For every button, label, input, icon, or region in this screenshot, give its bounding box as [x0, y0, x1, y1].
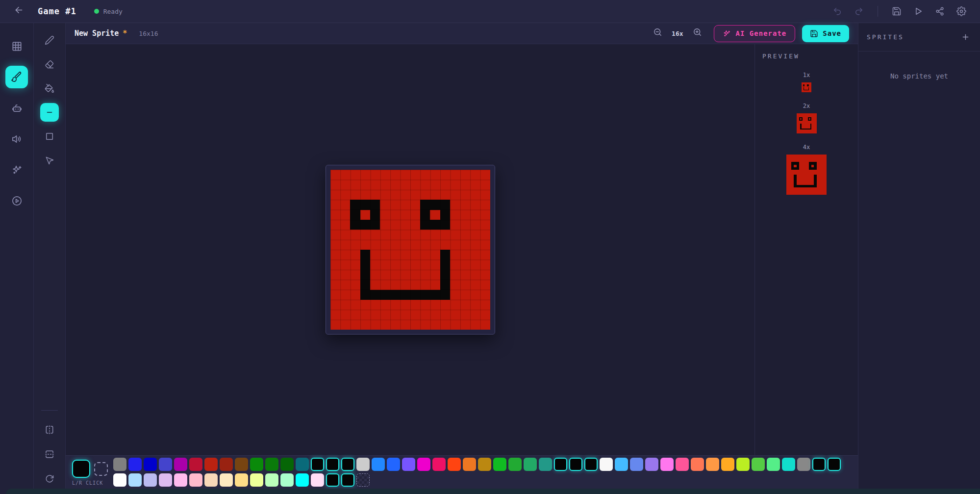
color-swatch[interactable] — [767, 458, 780, 471]
undo-button[interactable] — [829, 2, 846, 20]
zoom-out-button[interactable] — [652, 26, 663, 40]
color-swatch[interactable] — [752, 458, 765, 471]
color-swatch[interactable] — [113, 473, 126, 487]
color-swatch[interactable] — [645, 458, 658, 471]
color-swatch[interactable] — [189, 473, 202, 487]
primary-color-swatch[interactable] — [72, 460, 90, 478]
transparent-swatch[interactable] — [356, 473, 370, 487]
tool-paint-bucket-button[interactable] — [40, 79, 59, 98]
tool-flip-horizontal-button[interactable] — [40, 420, 59, 439]
color-swatch[interactable] — [387, 458, 400, 471]
color-swatch[interactable] — [235, 458, 248, 471]
color-swatch[interactable] — [630, 458, 643, 471]
paint-bucket-icon — [45, 83, 54, 93]
add-sprite-button[interactable] — [958, 30, 972, 44]
pixel-canvas[interactable] — [330, 170, 490, 330]
color-swatch[interactable] — [569, 458, 582, 471]
color-swatch[interactable] — [144, 473, 157, 487]
color-swatch[interactable] — [676, 458, 689, 471]
color-swatch[interactable] — [584, 458, 598, 471]
color-swatch[interactable] — [508, 458, 522, 471]
color-swatch[interactable] — [235, 473, 248, 487]
tool-rectangle-button[interactable] — [40, 127, 59, 146]
color-swatch[interactable] — [204, 473, 218, 487]
color-swatch[interactable] — [159, 458, 172, 471]
color-swatch[interactable] — [524, 458, 537, 471]
color-swatch[interactable] — [432, 458, 446, 471]
tool-rotate-button[interactable] — [40, 469, 59, 488]
color-swatch[interactable] — [144, 458, 157, 471]
settings-button[interactable] — [953, 2, 970, 20]
color-swatch[interactable] — [372, 458, 385, 471]
nav-paintbrush-button[interactable] — [5, 66, 28, 88]
zoom-in-button[interactable] — [692, 26, 703, 40]
share-button[interactable] — [931, 2, 949, 20]
nav-play-circle-button[interactable] — [5, 189, 28, 212]
nav-sparkles-button[interactable] — [5, 158, 28, 181]
color-swatch[interactable] — [326, 458, 339, 471]
tool-line-button[interactable] — [40, 103, 59, 122]
color-swatch[interactable] — [128, 458, 142, 471]
color-swatch[interactable] — [265, 473, 278, 487]
color-swatch[interactable] — [782, 458, 795, 471]
secondary-color-swatch[interactable] — [94, 462, 108, 476]
color-swatch[interactable] — [280, 458, 294, 471]
color-swatch[interactable] — [448, 458, 461, 471]
color-swatch[interactable] — [493, 458, 506, 471]
redo-button[interactable] — [850, 2, 868, 20]
color-swatch[interactable] — [341, 473, 354, 487]
color-swatch[interactable] — [250, 458, 263, 471]
color-swatch[interactable] — [554, 458, 567, 471]
nav-speaker-button[interactable] — [5, 128, 28, 150]
nav-robot-button[interactable] — [5, 97, 28, 119]
color-swatch[interactable] — [265, 458, 278, 471]
color-swatch[interactable] — [174, 458, 187, 471]
color-swatch[interactable] — [812, 458, 826, 471]
tool-pencil-button[interactable] — [40, 31, 59, 50]
color-swatch[interactable] — [828, 458, 841, 471]
color-swatch[interactable] — [615, 458, 628, 471]
color-swatch[interactable] — [296, 473, 309, 487]
sprites-panel-title: SPRITES — [867, 33, 904, 41]
tool-eraser-button[interactable] — [40, 55, 59, 74]
color-swatch[interactable] — [280, 473, 294, 487]
color-swatch[interactable] — [797, 458, 810, 471]
grid-icon — [11, 41, 23, 52]
save-sprite-button[interactable]: Save — [802, 25, 849, 42]
color-swatch[interactable] — [539, 458, 552, 471]
color-swatch[interactable] — [463, 458, 476, 471]
flip-horizontal-icon — [45, 425, 54, 435]
color-swatch[interactable] — [159, 473, 172, 487]
color-swatch[interactable] — [311, 473, 324, 487]
nav-grid-button[interactable] — [5, 35, 28, 57]
color-swatch[interactable] — [326, 473, 339, 487]
play-button[interactable] — [909, 2, 927, 20]
ai-generate-button[interactable]: AI Generate — [714, 25, 796, 42]
color-swatch[interactable] — [691, 458, 704, 471]
color-swatch[interactable] — [660, 458, 674, 471]
color-swatch[interactable] — [402, 458, 415, 471]
color-swatch[interactable] — [721, 458, 734, 471]
color-swatch[interactable] — [220, 473, 233, 487]
color-swatch[interactable] — [220, 458, 233, 471]
sprites-panel-header: SPRITES — [858, 23, 980, 52]
color-swatch[interactable] — [417, 458, 430, 471]
back-button[interactable] — [12, 3, 26, 20]
color-swatch[interactable] — [189, 458, 202, 471]
color-swatch[interactable] — [478, 458, 491, 471]
color-swatch[interactable] — [706, 458, 719, 471]
color-swatch[interactable] — [341, 458, 354, 471]
tool-pointer-button[interactable] — [40, 151, 59, 170]
color-swatch[interactable] — [311, 458, 324, 471]
color-swatch[interactable] — [736, 458, 750, 471]
color-swatch[interactable] — [356, 458, 370, 471]
color-swatch[interactable] — [250, 473, 263, 487]
save-file-button[interactable] — [888, 2, 905, 20]
color-swatch[interactable] — [113, 458, 126, 471]
color-swatch[interactable] — [128, 473, 142, 487]
color-swatch[interactable] — [600, 458, 613, 471]
tool-flip-vertical-button[interactable] — [40, 445, 59, 464]
color-swatch[interactable] — [174, 473, 187, 487]
color-swatch[interactable] — [296, 458, 309, 471]
color-swatch[interactable] — [204, 458, 218, 471]
